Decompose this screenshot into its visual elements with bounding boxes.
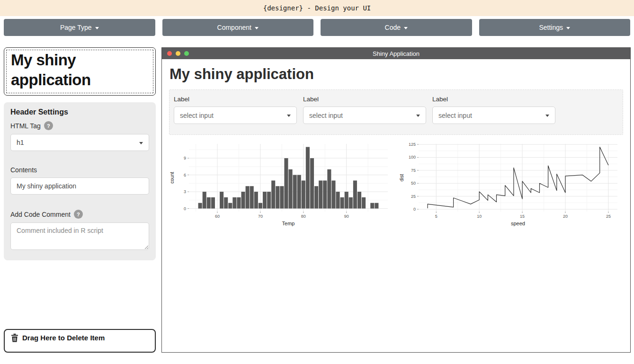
caret-down-icon xyxy=(416,115,420,117)
delete-drop-zone[interactable]: Drag Here to Delete Item xyxy=(4,329,156,353)
trash-icon xyxy=(11,334,18,342)
html-tag-value: h1 xyxy=(17,139,24,146)
caret-down-icon xyxy=(139,142,143,144)
sidebar: My shiny application Header Settings HTM… xyxy=(4,47,156,353)
svg-text:15: 15 xyxy=(520,214,525,219)
shiny-preview-window: Shiny Application My shiny application L… xyxy=(161,47,631,353)
svg-text:9: 9 xyxy=(184,156,186,160)
traffic-light-red-icon xyxy=(167,51,172,56)
contents-field-label: Contents xyxy=(10,166,149,174)
caret-down-icon xyxy=(95,27,99,29)
window-title: Shiny Application xyxy=(162,50,630,57)
svg-text:20: 20 xyxy=(563,214,568,219)
code-comment-field-label: Add Code Comment ? xyxy=(10,210,149,219)
code-label: Code xyxy=(385,24,401,31)
caret-down-icon xyxy=(404,27,408,29)
html-tag-label: HTML Tag xyxy=(10,122,41,130)
speed-dist-line-plot: 0255075100125510152025speeddist xyxy=(399,139,623,227)
code-comment-label: Add Code Comment xyxy=(10,211,71,218)
toolbar: Page Type Component Code Settings xyxy=(0,16,634,36)
svg-text:25: 25 xyxy=(411,194,416,199)
traffic-light-green-icon xyxy=(184,51,189,56)
caret-down-icon xyxy=(545,115,549,117)
svg-text:5: 5 xyxy=(435,214,438,219)
code-comment-textarea[interactable] xyxy=(10,222,149,250)
app-title: {designer} - Design your UI xyxy=(263,4,371,12)
contents-label: Contents xyxy=(10,166,37,174)
delete-drop-label: Drag Here to Delete Item xyxy=(22,334,105,342)
canvas-header-item[interactable]: My shiny application xyxy=(4,47,156,96)
html-tag-field-label: HTML Tag ? xyxy=(10,121,149,130)
canvas-header-text: My shiny application xyxy=(6,50,153,93)
svg-text:0: 0 xyxy=(184,206,186,211)
traffic-lights xyxy=(167,51,189,56)
workspace: My shiny application Header Settings HTM… xyxy=(0,36,634,353)
component-row: Label select input Label select input La… xyxy=(169,89,623,135)
svg-text:80: 80 xyxy=(301,214,306,219)
select-input-value: select input xyxy=(438,112,472,119)
svg-text:90: 90 xyxy=(344,214,349,219)
svg-text:6: 6 xyxy=(184,173,186,178)
select-input-column: Label select input xyxy=(432,95,562,130)
html-tag-select[interactable]: h1 xyxy=(10,134,149,151)
svg-text:dist: dist xyxy=(399,174,404,181)
select-input-value: select input xyxy=(180,112,214,119)
svg-text:25: 25 xyxy=(606,214,611,219)
svg-text:125: 125 xyxy=(409,142,416,147)
panel-title: Header Settings xyxy=(10,108,149,116)
sidebar-spacer xyxy=(4,260,156,329)
select-input-label: Label xyxy=(432,96,555,103)
svg-text:count: count xyxy=(170,172,175,184)
caret-down-icon xyxy=(287,115,291,117)
select-input-column: Label select input xyxy=(174,95,303,130)
charts-row: 036960708090Tempcount 025507510012551015… xyxy=(169,139,623,227)
svg-text:0: 0 xyxy=(413,207,416,212)
svg-text:speed: speed xyxy=(511,221,525,226)
header-settings-panel: Header Settings HTML Tag ? h1 Contents A… xyxy=(4,102,156,260)
svg-text:75: 75 xyxy=(411,168,416,173)
code-button[interactable]: Code xyxy=(321,19,472,36)
component-button[interactable]: Component xyxy=(162,19,314,36)
settings-label: Settings xyxy=(539,24,563,31)
svg-text:10: 10 xyxy=(477,214,482,219)
select-input-label: Label xyxy=(174,96,297,103)
select-input[interactable]: select input xyxy=(432,107,555,124)
preview-heading: My shiny application xyxy=(170,66,623,83)
select-input[interactable]: select input xyxy=(174,107,297,124)
traffic-light-yellow-icon xyxy=(176,51,180,56)
svg-text:70: 70 xyxy=(258,214,263,219)
temp-histogram-plot: 036960708090Tempcount xyxy=(169,139,393,227)
help-icon[interactable]: ? xyxy=(44,121,53,130)
window-titlebar: Shiny Application xyxy=(162,48,630,59)
svg-text:100: 100 xyxy=(409,155,416,160)
contents-input[interactable] xyxy=(10,178,149,195)
select-input-label: Label xyxy=(303,96,426,103)
svg-text:50: 50 xyxy=(411,181,416,186)
select-input[interactable]: select input xyxy=(303,107,426,124)
svg-text:Temp: Temp xyxy=(282,221,295,226)
help-icon[interactable]: ? xyxy=(74,210,83,219)
select-input-column: Label select input xyxy=(303,95,432,130)
caret-down-icon xyxy=(255,27,259,29)
svg-text:3: 3 xyxy=(184,189,186,194)
component-label: Component xyxy=(217,24,251,31)
preview-body: My shiny application Label select input … xyxy=(162,59,630,352)
caret-down-icon xyxy=(566,27,570,29)
svg-text:60: 60 xyxy=(215,214,220,219)
select-input-value: select input xyxy=(309,112,343,119)
settings-button[interactable]: Settings xyxy=(479,19,631,36)
page-type-button[interactable]: Page Type xyxy=(4,19,155,36)
app-title-bar: {designer} - Design your UI xyxy=(0,0,634,16)
page-type-label: Page Type xyxy=(60,24,92,31)
